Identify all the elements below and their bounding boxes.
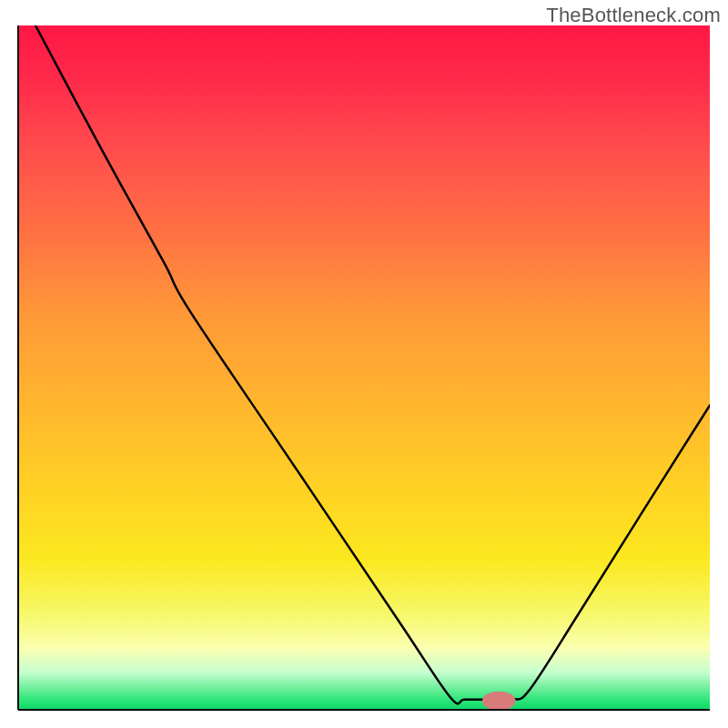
optimal-marker: [482, 692, 515, 711]
watermark-text: TheBottleneck.com: [546, 4, 721, 27]
bottleneck-chart: [0, 0, 728, 728]
chart-container: TheBottleneck.com: [0, 0, 728, 728]
svg-rect-1: [18, 25, 710, 710]
